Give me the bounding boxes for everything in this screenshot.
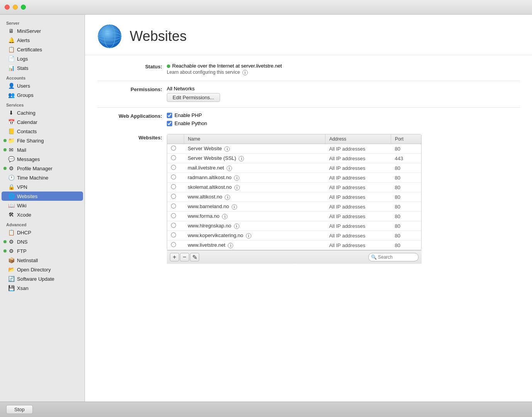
titlebar — [0, 0, 532, 15]
sidebar-item-softwareupdate[interactable]: 🔄 Software Update — [2, 274, 83, 283]
table-row[interactable]: Server Website ℹ All IP addresses 80 — [167, 144, 421, 154]
table-row[interactable]: www.forma.no ℹ All IP addresses 80 — [167, 212, 421, 221]
sidebar-item-messages[interactable]: 💬 Messages — [2, 154, 83, 164]
sidebar-label-wiki: Wiki — [17, 203, 27, 208]
table-row[interactable]: Server Website (SSL) ℹ All IP addresses … — [167, 154, 421, 163]
row-port-5: 80 — [391, 192, 421, 202]
sidebar-item-miniserver[interactable]: 🖥 MiniServer — [2, 26, 83, 36]
vpn-icon: 🔒 — [8, 183, 15, 190]
row-radio-8[interactable] — [167, 221, 184, 231]
mail-active-dot — [3, 148, 7, 151]
table-row[interactable]: mail.livetstre.net ℹ All IP addresses 80 — [167, 163, 421, 173]
sidebar-label-ftp: FTP — [17, 248, 27, 254]
content-header: Websites — [85, 15, 532, 55]
table-row[interactable]: radmann.altikost.no ℹ All IP addresses 8… — [167, 173, 421, 183]
sidebar-item-timemachine[interactable]: 🕐 Time Machine — [2, 173, 83, 182]
sidebar-item-ftp[interactable]: ⚙ FTP — [2, 246, 83, 256]
row-radio-3[interactable] — [167, 173, 184, 183]
sidebar-item-certificates[interactable]: 📋 Certificates — [2, 45, 83, 54]
search-container: 🔍 — [368, 253, 418, 261]
search-icon: 🔍 — [371, 254, 377, 260]
bottom-bar: Stop — [0, 402, 532, 417]
sidebar-item-groups[interactable]: 👥 Groups — [2, 90, 83, 100]
sidebar-label-groups: Groups — [17, 92, 34, 98]
row-port-4: 80 — [391, 183, 421, 192]
table-row[interactable]: www.hlregnskap.no ℹ All IP addresses 80 — [167, 221, 421, 231]
row-address-3: All IP addresses — [325, 173, 391, 183]
sidebar-item-logs[interactable]: 📄 Logs — [2, 54, 83, 63]
content-body: Status: Reachable over the Internet at s… — [85, 55, 532, 277]
ftp-icon: ⚙ — [8, 247, 15, 254]
sidebar-item-mail[interactable]: ✉ Mail — [2, 145, 83, 154]
enable-php-row: Enable PHP — [167, 112, 207, 118]
col-radio — [167, 134, 184, 144]
enable-python-checkbox[interactable] — [167, 121, 172, 126]
table-row[interactable]: www.altikost.no ℹ All IP addresses 80 — [167, 192, 421, 202]
permissions-value-container: All Networks Edit Permissions... — [167, 86, 220, 102]
sidebar-item-alerts[interactable]: 🔔 Alerts — [2, 36, 83, 45]
remove-website-button[interactable]: − — [180, 253, 189, 261]
table-header-row: Name Address Port — [167, 134, 421, 144]
close-button[interactable] — [5, 5, 10, 10]
table-row[interactable]: www.barneland.no ℹ All IP addresses 80 — [167, 202, 421, 212]
row-port-0: 80 — [391, 144, 421, 154]
sidebar-label-users: Users — [17, 83, 30, 89]
minimize-button[interactable] — [13, 5, 18, 10]
profilemanager-active-dot — [3, 167, 7, 170]
webapps-label: Web Applications: — [97, 112, 167, 119]
stop-button[interactable]: Stop — [6, 405, 33, 414]
table-row[interactable]: www.livetstre.net ℹ All IP addresses 80 — [167, 241, 421, 250]
sidebar-item-dns[interactable]: ⚙ DNS — [2, 237, 83, 246]
divider-1 — [97, 81, 520, 81]
row-radio-6[interactable] — [167, 202, 184, 212]
status-indicator — [167, 64, 170, 68]
sidebar-item-stats[interactable]: 📊 Stats — [2, 63, 83, 73]
table-row[interactable]: skolemat.altikost.no ℹ All IP addresses … — [167, 183, 421, 192]
status-value-container: Reachable over the Internet at server.li… — [167, 63, 282, 75]
sidebar-item-calendar[interactable]: 📅 Calendar — [2, 117, 83, 127]
row-address-0: All IP addresses — [325, 144, 391, 154]
status-text: Reachable over the Internet at server.li… — [172, 63, 282, 69]
sidebar-item-opendirectory[interactable]: 📂 Open Directory — [2, 265, 83, 274]
row-name-10: www.livetstre.net ℹ — [184, 241, 325, 250]
sidebar-item-netinstall[interactable]: 📦 NetInstall — [2, 256, 83, 265]
sidebar-label-logs: Logs — [17, 56, 28, 62]
filesharing-icon: 📁 — [8, 137, 15, 144]
maximize-button[interactable] — [21, 5, 26, 10]
sidebar-item-vpn[interactable]: 🔒 VPN — [2, 182, 83, 192]
row-radio-9[interactable] — [167, 231, 184, 241]
sidebar-item-contacts[interactable]: 📒 Contacts — [2, 127, 83, 136]
row-radio-10[interactable] — [167, 241, 184, 250]
edit-permissions-button[interactable]: Edit Permissions... — [167, 93, 220, 102]
sidebar-label-stats: Stats — [17, 65, 29, 71]
softwareupdate-icon: 🔄 — [8, 275, 15, 282]
row-radio-1[interactable] — [167, 154, 184, 163]
row-address-5: All IP addresses — [325, 192, 391, 202]
sidebar-item-xsan[interactable]: 💾 Xsan — [2, 283, 83, 293]
sidebar-item-wiki[interactable]: 📖 Wiki — [2, 201, 83, 210]
edit-website-button[interactable]: ✎ — [190, 253, 199, 261]
sidebar-item-caching[interactable]: ⬇ Caching — [2, 108, 83, 117]
table-row[interactable]: www.kopervikcatering.no ℹ All IP address… — [167, 231, 421, 241]
websites-label: Websites: — [97, 134, 167, 141]
sidebar-item-websites[interactable]: 🌐 Websites — [2, 192, 83, 201]
row-radio-4[interactable] — [167, 183, 184, 192]
col-name: Name — [184, 134, 325, 144]
sidebar-label-xcode: Xcode — [17, 212, 31, 218]
row-radio-0[interactable] — [167, 144, 184, 154]
row-info-icon-0: ℹ — [224, 146, 230, 152]
sidebar-item-dhcp[interactable]: 📋 DHCP — [2, 228, 83, 237]
sidebar-item-users[interactable]: 👤 Users — [2, 81, 83, 90]
sidebar-item-xcode[interactable]: 🛠 Xcode — [2, 210, 83, 219]
webapps-value-container: Enable PHP Enable Python — [167, 112, 207, 129]
sidebar-item-profilemanager[interactable]: ⚙ Profile Manager — [2, 164, 83, 173]
row-radio-5[interactable] — [167, 192, 184, 202]
row-radio-7[interactable] — [167, 212, 184, 221]
sidebar-item-filesharing[interactable]: 📁 File Sharing — [2, 136, 83, 145]
add-website-button[interactable]: + — [170, 253, 179, 261]
status-info-link[interactable]: Learn about configuring this service ℹ — [167, 70, 282, 75]
sidebar-label-caching: Caching — [17, 110, 36, 116]
row-radio-2[interactable] — [167, 163, 184, 173]
row-info-icon-5: ℹ — [225, 195, 230, 200]
enable-php-checkbox[interactable] — [167, 113, 172, 118]
